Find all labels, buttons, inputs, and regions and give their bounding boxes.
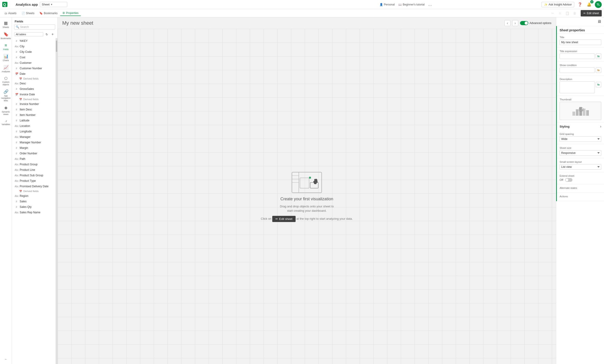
tab-sheets[interactable]: 📄 Sheets: [19, 11, 37, 16]
styling-row: Styling ›: [557, 122, 604, 130]
field-item-customer[interactable]: Abc Customer: [12, 60, 57, 66]
right-panel-top: 🖥: [556, 17, 604, 26]
sidebar-item-fields[interactable]: ≡ Fields: [0, 42, 12, 52]
field-item-itemnumber[interactable]: # Item Number: [12, 112, 57, 118]
sidebar-item-sheets[interactable]: ▦ Sheets: [0, 19, 12, 30]
sidebar-item-custom[interactable]: ⬡ Custom objects: [0, 75, 12, 87]
field-item-itemdesc[interactable]: # Item Desc: [12, 107, 57, 112]
fields-search-box[interactable]: 🔍: [14, 24, 55, 29]
field-item-custnumber[interactable]: # Customer Number: [12, 66, 57, 71]
field-name: Sales Qty: [20, 205, 32, 208]
sidebar-item-nav[interactable]: 🔗 App navigation links: [0, 88, 12, 103]
table-filter-select[interactable]: All tables: [14, 32, 43, 36]
field-item-city[interactable]: Abc City: [12, 44, 57, 49]
sidebar-item-charts[interactable]: 📊 Charts: [0, 52, 12, 63]
field-item-margin[interactable]: # Margin: [12, 145, 57, 151]
tab-assets[interactable]: 🗂 Assets: [2, 11, 19, 16]
field-item-cost[interactable]: # Cost: [12, 55, 57, 60]
field-item-managernumber[interactable]: # Manager Number: [12, 140, 57, 145]
show-condition-input[interactable]: [560, 67, 595, 73]
sidebar-item-dynamic[interactable]: ◈ Dynamic views: [0, 104, 12, 117]
add-field-button[interactable]: +: [50, 32, 55, 37]
field-item-grosssales[interactable]: # GrossSales: [12, 86, 57, 92]
copy-button[interactable]: ⎘: [557, 10, 563, 16]
show-by-table-row: All tables ↻ +: [12, 31, 57, 38]
field-item-productline[interactable]: Abc Product Line: [12, 167, 57, 173]
field-item-invoicenumber[interactable]: # Invoice Number: [12, 101, 57, 107]
grid-spacing-select[interactable]: Wide Medium Narrow: [560, 136, 601, 142]
field-item-invoicedate[interactable]: 📅 Invoice Date: [12, 92, 57, 97]
field-item-date[interactable]: 📅 Date: [12, 71, 57, 77]
insight-advisor-button[interactable]: ✨ Ask Insight Advisor: [541, 2, 574, 7]
small-screen-section: Small screen layout List view Slide view: [557, 158, 604, 172]
more-options-button[interactable]: ...: [428, 2, 432, 7]
field-item-path[interactable]: Abc Path: [12, 156, 57, 162]
sheet-size-select[interactable]: Responsive Fixed: [560, 150, 601, 156]
delete-button[interactable]: 🗑: [571, 10, 578, 16]
derived-item-invoicedate[interactable]: 📅 Derived fields: [12, 97, 57, 101]
description-textarea[interactable]: [560, 81, 595, 93]
tab-properties[interactable]: ⚙ Properties: [60, 11, 81, 16]
field-item-productgroup[interactable]: Abc Product Group: [12, 162, 57, 167]
title-input[interactable]: [560, 39, 601, 45]
prev-sheet-button[interactable]: ‹: [504, 20, 510, 26]
field-name: Margin: [20, 146, 28, 149]
fields-search-input[interactable]: [20, 25, 53, 29]
derived-item-promiseddate[interactable]: 📅 Derived fields: [12, 189, 57, 193]
help-button[interactable]: ❓: [577, 1, 583, 8]
field-item-sales[interactable]: # Sales: [12, 199, 57, 204]
field-item-region[interactable]: Abc Region: [12, 193, 57, 199]
field-name: Path: [20, 157, 25, 160]
thumbnail-area[interactable]: [560, 102, 601, 120]
field-item-promiseddate[interactable]: Abc Promised Delivery Date: [12, 184, 57, 189]
edit-sheet-inline-button[interactable]: ✏ Edit sheet: [272, 216, 296, 222]
thumbnail-label: Thumbnail: [560, 98, 601, 101]
sidebar-collapse-button[interactable]: ←: [0, 356, 12, 362]
paste-button[interactable]: 📋: [564, 10, 571, 16]
small-screen-label: Small screen layout: [560, 160, 601, 163]
field-item-citycode[interactable]: # City Code: [12, 49, 57, 55]
advanced-toggle-switch[interactable]: [520, 21, 528, 25]
derived-item-date[interactable]: 📅 Derived fields: [12, 77, 57, 81]
title-expression-fx-button[interactable]: fx: [596, 53, 601, 59]
next-sheet-button[interactable]: ›: [512, 20, 518, 26]
field-item-salesrepname[interactable]: Abc Sales Rep Name: [12, 210, 57, 215]
qlik-logo[interactable]: Q: [2, 1, 14, 8]
field-item-manager[interactable]: Abc Manager: [12, 134, 57, 140]
advanced-options-toggle[interactable]: Advanced options: [520, 21, 551, 25]
monitor-icon[interactable]: 🖥: [597, 19, 601, 24]
derived-label: Derived fields: [23, 77, 39, 80]
field-item-desc[interactable]: Abc Desc: [12, 81, 57, 86]
grid-canvas: Create your first visualization Drag and…: [58, 29, 556, 364]
derived-icon: 📅: [19, 190, 22, 193]
title-expression-input[interactable]: [560, 53, 595, 59]
field-item-ordernumber[interactable]: # Order Number: [12, 151, 57, 156]
field-item-producttype[interactable]: Abc Product Type: [12, 178, 57, 184]
description-fx-button[interactable]: fx: [596, 82, 601, 87]
derived-icon: 📅: [19, 98, 22, 101]
extend-sheet-toggle[interactable]: [565, 178, 572, 182]
sidebar-item-variables[interactable]: 𝑥 Variables: [0, 118, 12, 127]
scrollbar-thumb[interactable]: [56, 40, 57, 52]
sidebar-item-bookmarks[interactable]: 🔖 Bookmarks: [0, 30, 12, 41]
styling-expand-button[interactable]: ›: [600, 124, 601, 129]
small-screen-select[interactable]: List view Slide view: [560, 164, 601, 170]
personal-workspace[interactable]: 👤 Personal: [379, 3, 395, 6]
tutorial-link[interactable]: 📖 Beginner's tutorial: [398, 3, 425, 6]
field-item-productsubgroup[interactable]: Abc Product Sub Group: [12, 173, 57, 178]
field-item-latitude[interactable]: # Latitude: [12, 118, 57, 123]
field-item-longitude[interactable]: # Longitude: [12, 129, 57, 134]
analyses-nav-icon: 📈: [3, 65, 9, 70]
field-item-location[interactable]: Abc Location: [12, 123, 57, 129]
refresh-fields-button[interactable]: ↻: [44, 32, 49, 37]
sidebar-item-analyses[interactable]: 📈 Analyses: [0, 63, 12, 74]
field-item-key[interactable]: # %KEY: [12, 38, 57, 44]
show-condition-fx-button[interactable]: fx: [596, 67, 601, 73]
show-condition-section: Show condition fx: [557, 61, 604, 75]
cut-button[interactable]: ✂: [550, 10, 556, 16]
user-avatar[interactable]: TL: [595, 1, 602, 8]
edit-sheet-button[interactable]: ✏ Edit sheet: [581, 10, 602, 16]
sheet-selector[interactable]: Sheet ▼: [40, 2, 67, 7]
field-item-salesqty[interactable]: # Sales Qty: [12, 204, 57, 210]
tab-bookmarks[interactable]: 🔖 Bookmarks: [37, 11, 60, 16]
